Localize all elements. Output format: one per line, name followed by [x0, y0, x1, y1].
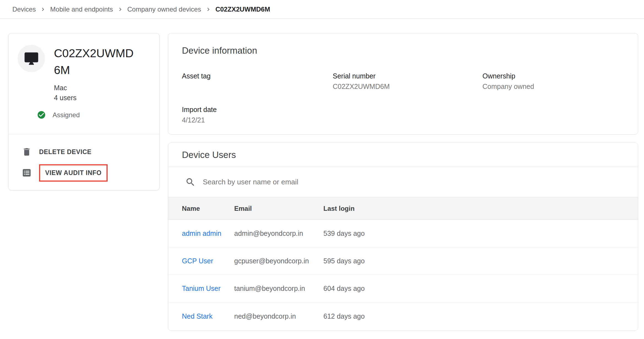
device-users-header: Device Users [168, 143, 638, 167]
user-last-login: 604 days ago [323, 285, 638, 292]
field-label: Import date [182, 105, 333, 114]
field-import-date: Import date 4/12/21 [182, 105, 333, 124]
device-avatar [18, 45, 45, 72]
device-summary-main: C02ZX2UWMD6M Mac 4 users Assigned [9, 33, 159, 134]
delete-device-button[interactable]: DELETE DEVICE [9, 141, 159, 162]
column-name: Name [182, 205, 234, 212]
audit-list-icon [22, 168, 32, 178]
table-row: Tanium User tanium@beyondcorp.in 604 day… [168, 275, 638, 302]
field-label: Asset tag [182, 72, 333, 80]
device-title: C02ZX2UWMD6M [54, 45, 137, 78]
field-value: C02ZX2UWMD6M [333, 82, 482, 91]
field-label: Ownership [482, 72, 638, 80]
table-row: GCP User gcpuser@beyondcorp.in 595 days … [168, 247, 638, 275]
chevron-right-icon [117, 6, 124, 13]
check-circle-icon [37, 110, 46, 119]
user-email: admin@beyondcorp.in [234, 229, 323, 237]
user-link[interactable]: Ned Stark [182, 312, 234, 320]
device-text-block: C02ZX2UWMD6M Mac 4 users [54, 33, 159, 103]
chevron-right-icon [40, 6, 46, 13]
breadcrumb-devices[interactable]: Devices [12, 6, 36, 13]
user-search-bar [168, 167, 638, 197]
user-link[interactable]: admin admin [182, 229, 234, 237]
field-asset-tag: Asset tag [182, 72, 333, 91]
desktop-mac-icon [24, 51, 39, 66]
view-audit-info-button[interactable]: VIEW AUDIT INFO [9, 162, 159, 183]
field-ownership: Ownership Company owned [482, 72, 638, 91]
device-users-panel: Device Users Name Email Last login admin… [168, 143, 638, 331]
column-last-login: Last login [323, 205, 638, 212]
breadcrumb-company-owned[interactable]: Company owned devices [127, 6, 201, 13]
field-serial-number: Serial number C02ZX2UWMD6M [333, 72, 482, 91]
device-information-title: Device information [168, 33, 638, 56]
delete-device-label: DELETE DEVICE [39, 148, 92, 156]
search-icon [185, 177, 196, 187]
user-link[interactable]: GCP User [182, 257, 234, 265]
device-users-count: 4 users [54, 93, 159, 103]
table-row: admin admin admin@beyondcorp.in 539 days… [168, 220, 638, 247]
table-row: Ned Stark ned@beyondcorp.in 612 days ago [168, 302, 638, 330]
device-platform: Mac [54, 83, 159, 93]
search-input[interactable] [203, 178, 451, 186]
field-label: Serial number [333, 72, 482, 80]
user-last-login: 539 days ago [323, 229, 638, 237]
device-information-grid: Asset tag Serial number C02ZX2UWMD6M Own… [182, 72, 638, 124]
breadcrumb: Devices Mobile and endpoints Company own… [0, 0, 644, 19]
user-email: tanium@beyondcorp.in [234, 285, 323, 292]
view-audit-info-label-highlight: VIEW AUDIT INFO [39, 164, 108, 182]
field-value: 4/12/21 [182, 116, 333, 124]
chevron-right-icon [205, 6, 212, 13]
field-value: Company owned [482, 82, 638, 91]
field-value [182, 82, 333, 91]
user-email: ned@beyondcorp.in [234, 312, 323, 320]
user-last-login: 595 days ago [323, 257, 638, 265]
device-actions: DELETE DEVICE VIEW AUDIT INFO [9, 134, 159, 189]
user-email: gcpuser@beyondcorp.in [234, 257, 323, 265]
user-link[interactable]: Tanium User [182, 285, 234, 292]
column-email: Email [234, 205, 323, 212]
device-information-panel: Device information Asset tag Serial numb… [168, 33, 638, 135]
user-last-login: 612 days ago [323, 312, 638, 320]
breadcrumb-current-device: C02ZX2UWMD6M [215, 6, 270, 13]
device-users-title: Device Users [182, 150, 236, 160]
users-table-header: Name Email Last login [168, 197, 638, 220]
breadcrumb-mobile-endpoints[interactable]: Mobile and endpoints [50, 6, 113, 13]
status-badge: Assigned [53, 111, 80, 119]
device-summary-card: C02ZX2UWMD6M Mac 4 users Assigned DELETE… [8, 33, 160, 190]
status-row: Assigned [37, 110, 159, 119]
trash-icon [22, 147, 32, 157]
